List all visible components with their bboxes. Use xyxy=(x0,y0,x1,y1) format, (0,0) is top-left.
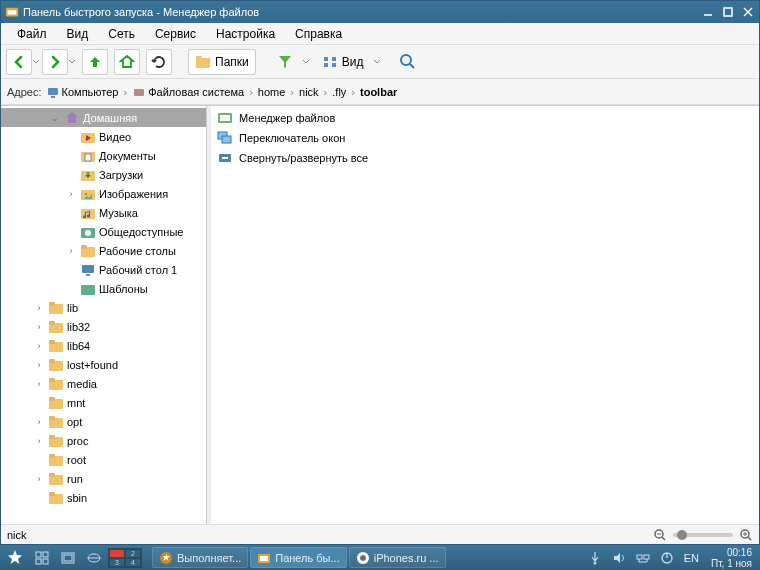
folder-tree[interactable]: ⌄ДомашняяВидеоДокументыЗагрузки›Изображе… xyxy=(1,106,207,524)
expand-icon[interactable]: › xyxy=(33,360,45,370)
up-button[interactable] xyxy=(82,49,108,75)
expand-icon[interactable]: › xyxy=(33,303,45,313)
tree-item[interactable]: Рабочий стол 1 xyxy=(1,260,206,279)
tree-item[interactable]: ›lib32 xyxy=(1,317,206,336)
images-icon xyxy=(80,186,96,202)
svg-rect-80 xyxy=(644,555,649,559)
expand-icon[interactable]: › xyxy=(33,436,45,446)
expand-icon[interactable]: › xyxy=(33,417,45,427)
workspace-2[interactable]: 2 xyxy=(125,549,141,558)
tree-item[interactable]: Общедоступные xyxy=(1,222,206,241)
filter-button[interactable] xyxy=(272,49,298,75)
tree-item[interactable]: ›lib64 xyxy=(1,336,206,355)
forward-button[interactable] xyxy=(42,49,68,75)
tree-item[interactable]: Шаблоны xyxy=(1,279,206,298)
tree-item-label: sbin xyxy=(67,492,87,504)
back-button[interactable] xyxy=(6,49,32,75)
workspace-1[interactable] xyxy=(109,549,125,558)
keyboard-layout[interactable]: EN xyxy=(680,552,703,564)
tray-button[interactable] xyxy=(82,547,106,568)
tree-item[interactable]: ›Изображения xyxy=(1,184,206,203)
usb-icon[interactable] xyxy=(584,547,606,568)
zoom-in-icon[interactable] xyxy=(739,528,753,542)
expand-icon[interactable]: › xyxy=(33,379,45,389)
file-item[interactable]: Свернуть/развернуть все xyxy=(213,148,757,168)
network-icon[interactable] xyxy=(632,547,654,568)
crumb-computer[interactable]: Компьютер xyxy=(46,85,119,99)
close-button[interactable] xyxy=(741,5,755,19)
tree-item[interactable]: mnt xyxy=(1,393,206,412)
menu-help[interactable]: Справка xyxy=(285,25,352,43)
filter-dropdown[interactable] xyxy=(301,58,311,66)
crumb-home[interactable]: home xyxy=(258,86,286,98)
expand-icon[interactable]: › xyxy=(33,341,45,351)
folders-toggle[interactable]: Папки xyxy=(188,49,256,75)
volume-icon[interactable] xyxy=(608,547,630,568)
tree-item[interactable]: ›Рабочие столы xyxy=(1,241,206,260)
expand-icon[interactable]: › xyxy=(33,322,45,332)
tree-item[interactable]: sbin xyxy=(1,488,206,507)
menu-settings[interactable]: Настройка xyxy=(206,25,285,43)
task-1[interactable]: Выполняет... xyxy=(152,547,248,568)
task-3[interactable]: iPhones.ru ... xyxy=(349,547,446,568)
expand-icon[interactable]: › xyxy=(65,246,77,256)
menu-view[interactable]: Вид xyxy=(57,25,99,43)
task-2[interactable]: Панель бы... xyxy=(250,547,346,568)
zoom-slider[interactable] xyxy=(673,533,733,537)
forward-dropdown[interactable] xyxy=(67,58,77,66)
workspace-pager[interactable]: 2 3 4 xyxy=(108,548,142,568)
menu-network[interactable]: Сеть xyxy=(98,25,145,43)
statusbar: nick xyxy=(1,524,759,544)
expand-icon[interactable]: ⌄ xyxy=(49,113,61,123)
tree-item[interactable]: ›run xyxy=(1,469,206,488)
minimize-button[interactable] xyxy=(701,5,715,19)
file-list[interactable]: Менеджер файловПереключатель оконСвернут… xyxy=(211,106,759,524)
tree-item-label: Рабочие столы xyxy=(99,245,176,257)
clock[interactable]: 00:16 Пт, 1 ноя xyxy=(705,547,758,569)
crumb-filesystem[interactable]: Файловая система xyxy=(132,85,244,99)
reload-button[interactable] xyxy=(146,49,172,75)
tree-item[interactable]: Видео xyxy=(1,127,206,146)
templates-icon xyxy=(80,281,96,297)
power-icon[interactable] xyxy=(656,547,678,568)
expand-icon[interactable]: › xyxy=(33,474,45,484)
view-dropdown[interactable] xyxy=(372,58,382,66)
tree-item[interactable]: ›proc xyxy=(1,431,206,450)
tree-item-label: lost+found xyxy=(67,359,118,371)
svg-rect-36 xyxy=(49,340,55,344)
tree-item[interactable]: ⌄Домашняя xyxy=(1,108,206,127)
tree-item[interactable]: root xyxy=(1,450,206,469)
svg-line-59 xyxy=(662,537,665,540)
svg-rect-46 xyxy=(49,435,55,439)
tree-item[interactable]: Загрузки xyxy=(1,165,206,184)
search-button[interactable] xyxy=(395,49,421,75)
tree-item[interactable]: ›lib xyxy=(1,298,206,317)
window-list-button[interactable] xyxy=(56,547,80,568)
crumb-fly[interactable]: .fly xyxy=(332,86,346,98)
tree-item-label: Загрузки xyxy=(99,169,143,181)
maximize-button[interactable] xyxy=(721,5,735,19)
home-button[interactable] xyxy=(114,49,140,75)
workspace-4[interactable]: 4 xyxy=(125,558,141,567)
crumb-nick[interactable]: nick xyxy=(299,86,319,98)
svg-rect-1 xyxy=(8,10,17,14)
view-button[interactable]: Вид xyxy=(316,49,370,75)
menu-file[interactable]: Файл xyxy=(7,25,57,43)
crumb-toolbar[interactable]: toolbar xyxy=(360,86,397,98)
menu-service[interactable]: Сервис xyxy=(145,25,206,43)
tree-item[interactable]: Документы xyxy=(1,146,206,165)
expand-icon[interactable]: › xyxy=(65,189,77,199)
back-dropdown[interactable] xyxy=(31,58,41,66)
show-desktop-button[interactable] xyxy=(30,547,54,568)
start-button[interactable] xyxy=(2,547,28,568)
tree-item[interactable]: Музыка xyxy=(1,203,206,222)
tree-item[interactable]: ›opt xyxy=(1,412,206,431)
tree-item[interactable]: ›lost+found xyxy=(1,355,206,374)
file-item[interactable]: Переключатель окон xyxy=(213,128,757,148)
tree-item[interactable]: ›media xyxy=(1,374,206,393)
zoom-out-icon[interactable] xyxy=(653,528,667,542)
folder-icon xyxy=(48,490,64,506)
workspace-3[interactable]: 3 xyxy=(109,558,125,567)
file-item[interactable]: Менеджер файлов xyxy=(213,108,757,128)
titlebar[interactable]: Панель быстрого запуска - Менеджер файло… xyxy=(1,1,759,23)
